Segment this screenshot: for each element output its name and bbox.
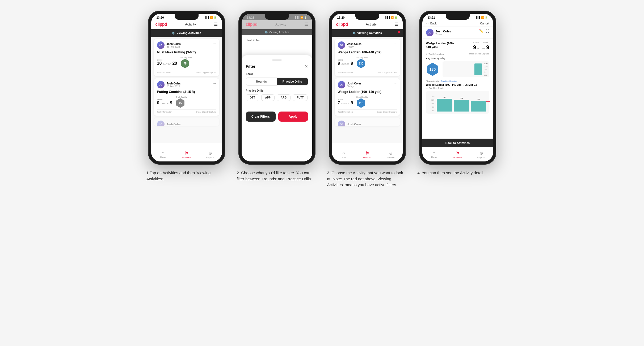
user-name-3-3: Josh Coles: [347, 123, 361, 126]
score-val-1-1: 10: [157, 61, 162, 66]
score-val-3-2: 7: [338, 101, 340, 105]
show-label-2: Show: [246, 72, 308, 75]
nav-activities-3[interactable]: ⚑ Activities: [355, 147, 379, 161]
detail-info-2-4: Data: Clippd Capture: [469, 53, 489, 55]
nav-home-4[interactable]: ⌂ Home: [422, 147, 446, 161]
nav-capture-4[interactable]: ⊕ Capture: [469, 147, 493, 161]
app-header-2: clippd Activity ☰: [242, 20, 312, 29]
back-to-activities-btn[interactable]: Back to Activities: [422, 139, 493, 147]
card-more-3-2[interactable]: ···: [394, 81, 397, 85]
nav-activities-1[interactable]: ⚑ Activities: [175, 147, 198, 161]
bar-1-4: 132: [437, 96, 452, 112]
nav-home-label-3: Home: [341, 156, 346, 158]
filter-chips-2: OTT APP ARG PUTT: [246, 94, 308, 101]
clear-filters-button[interactable]: Clear Filters: [246, 112, 276, 122]
score-val-3-1: 9: [338, 61, 340, 66]
activity-card-3-2[interactable]: JC Josh Coles Today ··· Wedge Ladder (10…: [335, 78, 400, 116]
mini-chart-4: 130 100500 APP: [443, 61, 489, 77]
page-container: 13:20 ▐▐▐ 📶 🔋 clippd Activity ☰: [145, 11, 499, 188]
card-footer-3-1: Test Information Data: Clippd Capture: [338, 70, 397, 74]
user-info-3-2: Josh Coles Today: [347, 82, 361, 88]
activity-card-1-2[interactable]: JC Josh Coles 28 Feb 2023 ··· Putting Co…: [154, 78, 219, 116]
chip-arg[interactable]: ARG: [277, 94, 291, 101]
shots-col-label-4: Shots: [483, 41, 488, 44]
back-label: < Back: [428, 22, 437, 25]
banner-text-3: Viewing Activities: [357, 31, 382, 35]
menu-icon-2[interactable]: ☰: [304, 22, 308, 27]
filter-handle-2: [272, 59, 282, 61]
nav-capture-1[interactable]: ⊕ Capture: [198, 147, 222, 161]
home-icon-3: ⌂: [342, 151, 345, 155]
step-2-container: 13:21 ▐▐▐ 📶 🔋 clippd Activity ☰: [236, 11, 318, 182]
activity-list-3: JC Josh Coles Today ··· Wedge Ladder (10…: [332, 37, 403, 143]
app-header-title-2: Activity: [275, 22, 286, 26]
bar-2-4: 129: [454, 97, 469, 112]
chip-putt[interactable]: PUTT: [293, 94, 308, 101]
status-time-4: 13:21: [428, 16, 435, 19]
back-button[interactable]: ‹ < Back: [426, 22, 437, 25]
step-3-container: 13:20 ▐▐▐ 📶 🔋 clippd Activity ☰ ⚙️: [326, 11, 409, 188]
outof-text-1-2: OUT OF: [161, 102, 169, 105]
card-footer-3-2: Test Information Data: Clippd Capture: [338, 109, 397, 113]
status-time-3: 13:20: [337, 16, 345, 19]
chip-app[interactable]: APP: [261, 94, 275, 101]
card-user-3-2: JC Josh Coles Today: [338, 81, 361, 88]
signal-icon: ▐▐▐: [204, 16, 209, 19]
stat-score-3-1: Score 9 OUT OF 9: [338, 59, 353, 66]
battery-icon-2: 🔋: [304, 16, 307, 19]
nav-home-1[interactable]: ⌂ Home: [151, 147, 175, 161]
avg-sq-label-4: Avg Shot Quality: [426, 57, 489, 60]
phone-notch-1: [175, 14, 199, 20]
activity-card-1-3[interactable]: JC Josh Coles: [154, 118, 219, 126]
card-more-1-2[interactable]: ···: [213, 81, 216, 85]
card-more-3-1[interactable]: ···: [394, 41, 397, 46]
close-icon-2[interactable]: ✕: [305, 64, 308, 69]
status-icons-4: ▐▐▐ 📶 🔋: [475, 16, 487, 19]
edit-icon[interactable]: ✏️: [479, 29, 483, 33]
app-logo-2: clippd: [246, 22, 258, 27]
card-more-1-1[interactable]: ···: [213, 41, 216, 46]
status-icons-2: ▐▐▐ 📶 🔋: [294, 16, 307, 19]
stat-outof-1-1: 10 OUT OF 20: [157, 61, 177, 66]
app-logo-3: clippd: [336, 22, 348, 27]
menu-icon-1[interactable]: ☰: [214, 22, 218, 27]
nav-activities-4[interactable]: ⚑ Activities: [446, 147, 469, 161]
user-info-3-1: Josh Coles Today: [347, 42, 361, 48]
viewing-banner-1[interactable]: ⚙️ Viewing Activities: [151, 29, 222, 37]
footer-right-3-1: Data: Clippd Capture: [377, 71, 397, 74]
nav-capture-3[interactable]: ⊕ Capture: [379, 147, 403, 161]
phone-screen-3: 13:20 ▐▐▐ 📶 🔋 clippd Activity ☰ ⚙️: [332, 14, 403, 161]
activity-card-1-1[interactable]: JC Josh Coles 28 Feb 2023 ··· Must Make …: [154, 39, 219, 76]
menu-icon-3[interactable]: ☰: [395, 22, 398, 27]
detail-action-icons-4: ✏️ ⛶: [479, 29, 489, 33]
card-header-3-2: JC Josh Coles Today ···: [338, 81, 397, 88]
detail-shots-4: 9: [486, 44, 489, 50]
cancel-button[interactable]: Cancel: [480, 22, 489, 25]
sq-label-1-2: Shot Quality: [175, 96, 187, 98]
battery-icon: 🔋: [214, 16, 217, 19]
detail-user-row-4: JC Josh Coles Today ✏️ ⛶: [422, 27, 493, 39]
phone-1: 13:20 ▐▐▐ 📶 🔋 clippd Activity ☰: [148, 11, 225, 165]
activity-card-3-1[interactable]: JC Josh Coles Today ··· Wedge Ladder (10…: [335, 39, 400, 76]
phone-2: 13:21 ▐▐▐ 📶 🔋 clippd Activity ☰: [238, 11, 315, 165]
home-icon-1: ⌂: [162, 151, 164, 155]
card-footer-1-2: Test Information Data: Clippd Capture: [157, 109, 216, 113]
practice-drills-toggle-btn[interactable]: Practice Drills: [277, 78, 308, 85]
rounds-toggle-btn[interactable]: Rounds: [246, 78, 277, 85]
apply-button[interactable]: Apply: [278, 112, 308, 122]
nav-activities-label-3: Activities: [363, 156, 372, 159]
nav-home-3[interactable]: ⌂ Home: [332, 147, 356, 161]
capture-icon-1: ⊕: [208, 151, 212, 156]
viewing-banner-3[interactable]: ⚙️ Viewing Activities: [332, 29, 403, 37]
activity-card-3-3[interactable]: JC Josh Coles: [335, 118, 400, 126]
user-name-3-2: Josh Coles: [347, 82, 361, 85]
card-title-1-1: Must Make Putting (3-6 ft): [157, 50, 216, 54]
filter-actions-2: Clear Filters Apply: [246, 112, 308, 122]
chip-ott[interactable]: OTT: [246, 94, 259, 101]
app-header-3: clippd Activity ☰: [332, 20, 403, 29]
footer-left-1-1: Test Information: [157, 71, 172, 74]
expand-icon[interactable]: ⛶: [486, 29, 489, 33]
step-1-text: 1.Tap on Activities and then 'Viewing Ac…: [145, 170, 228, 182]
shots-val-3-1: 9: [351, 61, 353, 66]
avatar-3-3: JC: [338, 121, 345, 126]
